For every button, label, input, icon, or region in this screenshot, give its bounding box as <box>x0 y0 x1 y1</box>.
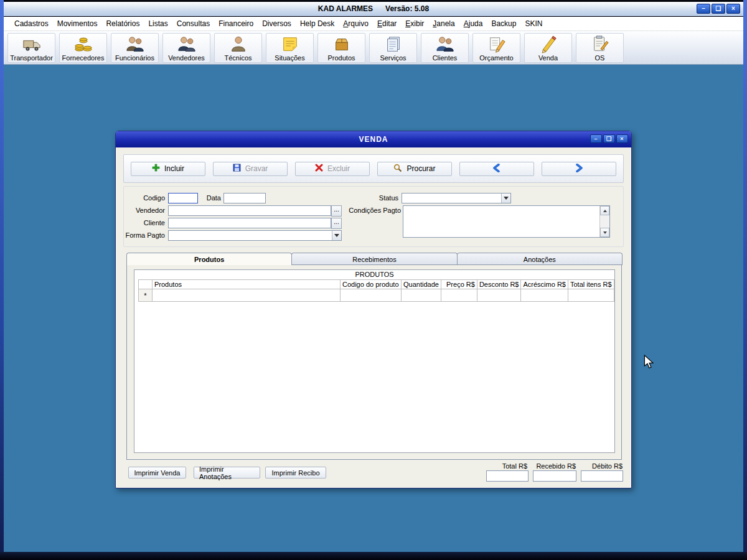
procurar-button[interactable]: Procurar <box>377 162 452 176</box>
plus-icon <box>152 164 160 174</box>
tab-produtos[interactable]: Produtos <box>126 253 292 265</box>
excluir-label: Excluir <box>327 164 350 173</box>
chevron-down-icon[interactable] <box>501 194 510 203</box>
menu-financeiro[interactable]: Financeiro <box>214 17 258 30</box>
menu-consultas[interactable]: Consultas <box>172 17 214 30</box>
menu-exibir[interactable]: Exibir <box>401 17 428 30</box>
grid-header-preco: Preço R$ <box>441 280 477 289</box>
tab-recebimentos[interactable]: Recebimentos <box>291 253 457 265</box>
menu-help-desk[interactable]: Help Desk <box>296 17 339 30</box>
menu-diversos[interactable]: Diversos <box>258 17 296 30</box>
menu-ajuda[interactable]: Ajuda <box>459 17 487 30</box>
grid-header-row: Produtos Codigo do produto Quantidade Pr… <box>139 280 614 289</box>
toolbar-tecnicos[interactable]: Técnicos <box>214 33 262 63</box>
memo-scrollbar[interactable] <box>599 206 609 237</box>
application-window: KAD ALARMES Versão: 5.08 – ❑ × Cadastros… <box>0 0 747 560</box>
menu-cadastros[interactable]: Cadastros <box>10 17 53 30</box>
pencil-paper-icon <box>487 34 506 54</box>
toolbar-funcionarios[interactable]: Funcionários <box>111 33 159 63</box>
menu-movimentos[interactable]: Movimentos <box>53 17 102 30</box>
chevron-down-icon[interactable] <box>332 231 341 240</box>
menu-skin[interactable]: SKIN <box>520 17 547 30</box>
cliente-input[interactable] <box>168 218 331 228</box>
venda-maximize-button[interactable]: ❑ <box>603 134 615 143</box>
vendedor-input[interactable] <box>168 205 331 216</box>
box-icon <box>332 34 351 54</box>
venda-minimize-button[interactable]: – <box>590 134 602 143</box>
main-window-controls: – ❑ × <box>695 4 740 14</box>
toolbar-label: Produtos <box>327 54 355 62</box>
cell-codigo[interactable] <box>341 289 402 302</box>
incluir-button[interactable]: Incluir <box>131 162 205 176</box>
gravar-label: Gravar <box>245 164 268 173</box>
tab-label: Anotações <box>524 256 556 263</box>
grid-row[interactable]: * <box>139 289 614 302</box>
toolbar-produtos[interactable]: Produtos <box>317 33 365 63</box>
cliente-lookup-button[interactable]: ... <box>331 218 342 229</box>
menu-listas[interactable]: Listas <box>144 17 172 30</box>
forma-pagto-combobox[interactable] <box>168 230 342 241</box>
toolbar-clientes[interactable]: Clientes <box>421 33 469 63</box>
codigo-input[interactable] <box>168 193 198 203</box>
data-input[interactable] <box>223 193 266 203</box>
condicoes-pagto-memo[interactable] <box>403 205 610 238</box>
produtos-tab-panel: PRODUTOS Produtos Codigo do produto Quan… <box>126 264 622 460</box>
close-button[interactable]: × <box>726 4 740 14</box>
cell-quantidade[interactable] <box>402 289 441 302</box>
cell-total-itens[interactable] <box>568 289 614 302</box>
status-combobox[interactable] <box>402 193 511 203</box>
grid-header-total-itens: Total itens R$ <box>568 280 614 289</box>
button-label: Imprimir Venda <box>134 469 181 477</box>
toolbar-situacoes[interactable]: Situações <box>266 33 314 63</box>
minimize-icon: – <box>702 6 705 12</box>
imprimir-venda-button[interactable]: Imprimir Venda <box>128 467 186 478</box>
scroll-down-icon[interactable] <box>600 228 609 237</box>
total-label: Total R$ <box>486 462 527 470</box>
tab-anotacoes[interactable]: Anotações <box>457 253 622 265</box>
total-input[interactable] <box>486 470 529 482</box>
cell-acrescimo[interactable] <box>521 289 568 302</box>
imprimir-anotacoes-button[interactable]: Imprimir Anotações <box>194 467 260 478</box>
toolbar-os[interactable]: OS <box>576 33 624 63</box>
people-icon <box>177 34 196 54</box>
note-icon <box>281 34 299 54</box>
cell-preco[interactable] <box>441 289 477 302</box>
cell-desconto[interactable] <box>477 289 521 302</box>
imprimir-recibo-button[interactable]: Imprimir Recibo <box>265 467 326 478</box>
toolbar-vendedores[interactable]: Vendedores <box>162 33 210 63</box>
cell-produtos[interactable] <box>153 289 341 302</box>
menu-bar: Cadastros Movimentos Relatórios Listas C… <box>4 17 743 31</box>
venda-close-button[interactable]: × <box>616 134 628 143</box>
gravar-button[interactable]: Gravar <box>213 162 288 176</box>
menu-backup[interactable]: Backup <box>487 17 520 30</box>
toolbar-label: Venda <box>538 54 558 62</box>
ellipsis-icon: ... <box>334 218 339 225</box>
toolbar-transportador[interactable]: Transportador <box>7 33 55 63</box>
recebido-input[interactable] <box>533 470 576 482</box>
toolbar-servicos[interactable]: Serviços <box>369 33 417 63</box>
menu-janela[interactable]: Janela <box>428 17 459 30</box>
condicoes-pagto-label: Condições Pagto <box>343 207 401 214</box>
next-record-button[interactable] <box>542 162 616 176</box>
produtos-grid: Produtos Codigo do produto Quantidade Pr… <box>138 279 614 302</box>
maximize-button[interactable]: ❑ <box>712 4 725 14</box>
previous-record-button[interactable] <box>459 162 534 176</box>
toolbar-orcamento[interactable]: Orçamento <box>472 33 520 63</box>
venda-tabs: Produtos Recebimentos Anotações <box>126 253 622 265</box>
data-label: Data <box>204 194 221 202</box>
tab-label: Recebimentos <box>352 256 396 263</box>
window-border-bottom <box>0 552 747 560</box>
toolbar-fornecedores[interactable]: Fornecedores <box>59 33 107 63</box>
venda-titlebar[interactable]: VENDA – ❑ × <box>116 131 631 147</box>
vendedor-lookup-button[interactable]: ... <box>331 205 342 217</box>
excluir-button[interactable]: Excluir <box>295 162 370 176</box>
grid-header-quantidade: Quantidade <box>402 280 441 289</box>
menu-arquivo[interactable]: Arquivo <box>339 17 373 30</box>
scroll-up-icon[interactable] <box>600 206 609 215</box>
menu-relatorios[interactable]: Relatórios <box>101 17 144 30</box>
menu-editar[interactable]: Editar <box>373 17 401 30</box>
debito-input[interactable] <box>581 470 623 482</box>
minimize-button[interactable]: – <box>697 4 710 14</box>
tab-label: Produtos <box>194 256 224 263</box>
toolbar-venda[interactable]: Venda <box>524 33 572 63</box>
